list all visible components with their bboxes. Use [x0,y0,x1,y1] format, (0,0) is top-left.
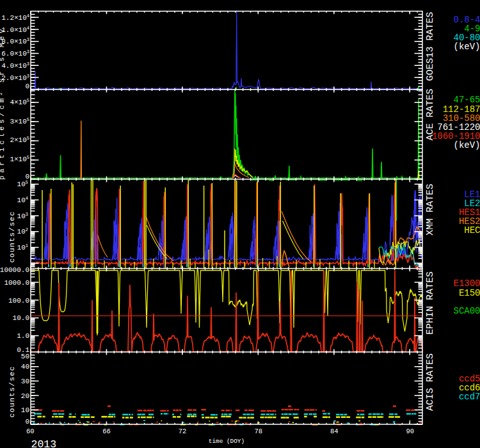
svg-text:HEC: HEC [464,225,480,236]
svg-text:60: 60 [26,428,35,435]
svg-text:(keV): (keV) [453,42,480,52]
svg-text:1×105: 1×105 [10,155,29,163]
svg-text:72: 72 [179,428,187,435]
svg-text:(keV): (keV) [453,140,480,150]
svg-text:particles/cm2 Sr s MeV: particles/cm2 Sr s MeV [0,26,6,180]
svg-text:E1300: E1300 [453,278,480,289]
svg-text:GOES13 RATES: GOES13 RATES [425,12,436,81]
svg-text:1.0: 1.0 [17,332,29,340]
svg-text:10000.0: 10000.0 [0,266,29,274]
svg-text:10: 10 [21,406,29,414]
svg-text:E150: E150 [459,288,480,298]
svg-text:40: 40 [21,363,29,371]
svg-text:1.2×104: 1.2×104 [1,13,29,22]
svg-text:counts/sec: counts/sec [8,211,16,262]
svg-text:2×105: 2×105 [10,136,29,144]
svg-text:1000.0: 1000.0 [4,279,29,287]
svg-text:ccd7: ccd7 [459,392,480,402]
svg-text:counts/sec: counts/sec [8,365,16,417]
svg-text:10.0: 10.0 [13,314,29,322]
svg-text:66: 66 [102,428,111,435]
svg-text:1060-1910: 1060-1910 [432,131,480,141]
svg-text:0: 0 [25,418,29,426]
svg-text:XMM RATES: XMM RATES [425,184,436,236]
svg-text:78: 78 [254,428,262,435]
svg-text:84: 84 [330,428,339,435]
svg-text:30: 30 [21,378,29,385]
svg-text:50: 50 [21,353,29,360]
svg-text:EPHIN RATES: EPHIN RATES [425,271,436,335]
svg-text:100.0: 100.0 [8,297,29,305]
svg-text:4×105: 4×105 [10,98,29,106]
svg-text:3×105: 3×105 [10,117,29,125]
svg-text:ACIS RATES: ACIS RATES [425,353,436,411]
svg-text:90: 90 [406,428,414,435]
svg-text:47-65: 47-65 [453,95,480,105]
svg-text:SCA00: SCA00 [453,306,480,316]
svg-text:0: 0 [25,83,29,90]
svg-text:2013: 2013 [31,438,57,448]
svg-text:time (DOY): time (DOY) [209,438,244,445]
svg-text:20: 20 [21,392,29,400]
